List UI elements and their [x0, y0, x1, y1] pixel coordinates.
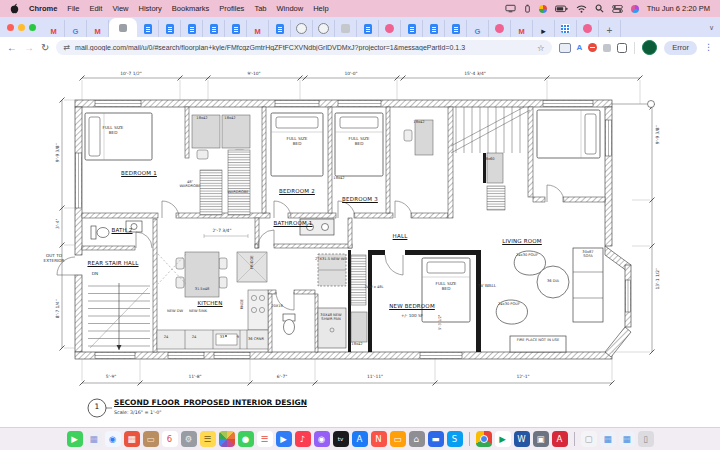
tab-globe[interactable]: [291, 20, 313, 37]
tab-docs[interactable]: [159, 20, 181, 37]
tab-docs[interactable]: [203, 20, 225, 37]
dock-icon-folder-blue2[interactable]: ▦: [619, 431, 635, 447]
dock-icon-mission-control[interactable]: ▦: [124, 431, 140, 447]
menu-b2ar-clock[interactable]: Thu Jun 6 2:20 PM: [647, 4, 710, 13]
macos-dock: ▶▦◉▦▭6⚙☰●☰▶♪◉tvAN▭⌂▬S▶W▣A▢▦▦▯: [0, 427, 720, 450]
site-settings-icon[interactable]: ⇄: [63, 43, 70, 52]
battery-icon[interactable]: [555, 5, 568, 13]
tab-docs[interactable]: [181, 20, 203, 37]
dock-icon-home[interactable]: ⌂: [409, 431, 425, 447]
tab-google[interactable]: [467, 20, 489, 37]
tab-gmail[interactable]: [511, 20, 533, 37]
url-text[interactable]: mail.google.com/mail/u/0/#search/floorpl…: [75, 44, 532, 51]
reload-button[interactable]: ↻: [41, 43, 49, 53]
dock-icon-document[interactable]: ▢: [581, 431, 597, 447]
menu-item-view[interactable]: View: [112, 4, 128, 13]
stage-manager-icon[interactable]: [539, 5, 547, 13]
tab-docs[interactable]: [225, 20, 247, 37]
tab-gmail[interactable]: [247, 20, 269, 37]
search-icon[interactable]: [595, 4, 604, 13]
dock-icon-acrobat[interactable]: A: [552, 431, 568, 447]
menu-item-window[interactable]: Window: [276, 4, 303, 13]
tab-active[interactable]: [109, 18, 137, 37]
tab-docs[interactable]: [357, 20, 379, 37]
dock-icon-music[interactable]: ♪: [295, 431, 311, 447]
dock-icon-word[interactable]: W: [514, 431, 530, 447]
dock-icon-freeform[interactable]: ▶: [276, 431, 292, 447]
extensions-icon[interactable]: [617, 43, 627, 53]
menu-item-file[interactable]: File: [67, 4, 79, 13]
forward-button[interactable]: →: [24, 43, 34, 53]
menu-item-bookmarks[interactable]: Bookmarks: [172, 4, 210, 13]
sync-error-badge[interactable]: Error: [664, 41, 697, 55]
menu-item-help[interactable]: Help: [313, 4, 328, 13]
tab-grid[interactable]: [555, 20, 577, 37]
docs-favicon-icon: [408, 24, 416, 34]
dock-icon-skype[interactable]: S: [447, 431, 463, 447]
menu-item-profiles[interactable]: Profiles: [219, 4, 244, 13]
dock-icon-trash[interactable]: ▯: [638, 431, 654, 447]
back-button[interactable]: ←: [7, 43, 17, 53]
chrome-menu-icon[interactable]: ⋮: [704, 43, 713, 52]
tab-gmail[interactable]: [43, 20, 65, 37]
new-tab-button[interactable]: [599, 20, 621, 37]
dock-icon-facetime[interactable]: ▶: [67, 431, 83, 447]
dock-icon-folder-blue[interactable]: ▦: [600, 431, 616, 447]
dock-icon-launchpad[interactable]: ▦: [86, 431, 102, 447]
tab-gmail[interactable]: [87, 20, 109, 37]
4-label: 12'-1": [501, 374, 545, 380]
tab-google[interactable]: [65, 20, 87, 37]
tab-search-chevron-icon[interactable]: ∨: [709, 24, 714, 32]
battery-small-icon[interactable]: [524, 4, 531, 13]
control-center-icon[interactable]: [612, 5, 623, 13]
dock-icon-podcasts[interactable]: ◉: [314, 431, 330, 447]
profile-avatar[interactable]: [642, 40, 657, 55]
dock-icon-onedrive[interactable]: ▬: [428, 431, 444, 447]
tab-send[interactable]: [533, 20, 555, 37]
menu-item-edit[interactable]: Edit: [89, 4, 102, 13]
password-extension-icon[interactable]: [559, 43, 571, 53]
tab-pink[interactable]: [489, 20, 511, 37]
dock-icon-chrome[interactable]: [476, 431, 492, 447]
wifi-icon[interactable]: [576, 5, 587, 13]
bookmark-star-icon[interactable]: ☆: [537, 43, 545, 53]
dock-icon-notes[interactable]: ☰: [200, 431, 216, 447]
tab-docs[interactable]: [445, 20, 467, 37]
tab-docs[interactable]: [423, 20, 445, 37]
tab-pink[interactable]: [577, 20, 599, 37]
siri-icon[interactable]: [631, 5, 639, 13]
tab-gray[interactable]: [335, 20, 357, 37]
dock-icon-app-store[interactable]: A: [352, 431, 368, 447]
home-glyph: ⌂: [414, 434, 419, 444]
minimize-window-button[interactable]: [18, 24, 25, 31]
dock-icon-messages[interactable]: ●: [238, 431, 254, 447]
extension-gray-icon[interactable]: [603, 44, 611, 52]
tab-pink[interactable]: [379, 20, 401, 37]
dock-icon-settings[interactable]: ⚙: [181, 431, 197, 447]
adblock-extension-icon[interactable]: [588, 43, 597, 52]
dock-icon-meet[interactable]: ▶: [495, 431, 511, 447]
close-window-button[interactable]: [7, 24, 14, 31]
display-icon[interactable]: [505, 4, 516, 13]
zoom-window-button[interactable]: [29, 24, 36, 31]
tab-globe[interactable]: [313, 20, 335, 37]
tab-docs[interactable]: [137, 20, 159, 37]
extension-a-icon[interactable]: A: [577, 43, 583, 52]
dock-icon-calendar[interactable]: 6: [162, 431, 178, 447]
mission-control-glyph: ▦: [127, 434, 135, 444]
dock-icon-apple-tv[interactable]: tv: [333, 431, 349, 447]
dock-icon-reminders[interactable]: ☰: [257, 431, 273, 447]
dock-icon-remote-desktop[interactable]: ▣: [533, 431, 549, 447]
dock-icon-books[interactable]: ▭: [390, 431, 406, 447]
dock-icon-safari[interactable]: ◉: [105, 431, 121, 447]
tab-docs[interactable]: [269, 20, 291, 37]
dock-icon-downloads-folder[interactable]: ▭: [143, 431, 159, 447]
apple-menu-icon[interactable]: [10, 3, 19, 14]
tab-docs[interactable]: [401, 20, 423, 37]
dock-icon-news[interactable]: N: [371, 431, 387, 447]
dock-icon-photos[interactable]: [219, 431, 235, 447]
address-bar[interactable]: ⇄ mail.google.com/mail/u/0/#search/floor…: [56, 40, 551, 55]
menu-app-name[interactable]: Chrome: [29, 4, 57, 13]
menu-item-tab[interactable]: Tab: [254, 4, 266, 13]
menu-item-history[interactable]: History: [139, 4, 162, 13]
